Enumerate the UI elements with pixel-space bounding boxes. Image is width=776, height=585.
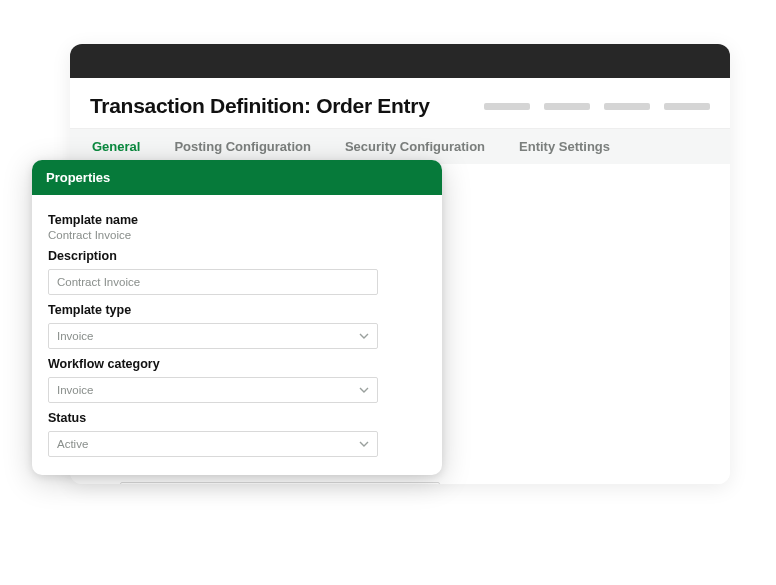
description-input[interactable] xyxy=(48,269,378,295)
window-titlebar xyxy=(70,44,730,78)
chevron-down-icon xyxy=(359,331,369,341)
label-template-type: Template type xyxy=(48,303,426,317)
tab-posting-configuration[interactable]: Posting Configuration xyxy=(172,129,312,164)
template-type-value: Invoice xyxy=(57,330,93,342)
chevron-down-icon xyxy=(359,385,369,395)
label-template-name: Template name xyxy=(48,213,426,227)
status-select[interactable]: Active xyxy=(48,431,378,457)
label-status: Status xyxy=(48,411,426,425)
page-header: Transaction Definition: Order Entry xyxy=(70,78,730,128)
header-action-placeholder xyxy=(544,103,590,110)
field-workflow-category: Workflow category Invoice xyxy=(48,357,426,403)
properties-card-title: Properties xyxy=(32,160,442,195)
status-value: Active xyxy=(57,438,88,450)
tab-security-configuration[interactable]: Security Configuration xyxy=(343,129,487,164)
header-action-placeholder xyxy=(664,103,710,110)
field-status: Status Active xyxy=(48,411,426,457)
template-type-select[interactable]: Invoice xyxy=(48,323,378,349)
label-workflow-category: Workflow category xyxy=(48,357,426,371)
label-description: Description xyxy=(48,249,426,263)
numbering-sequence-select[interactable] xyxy=(120,482,440,484)
page-title: Transaction Definition: Order Entry xyxy=(90,94,430,118)
properties-card: Properties Template name Contract Invoic… xyxy=(32,160,442,475)
header-action-placeholder xyxy=(604,103,650,110)
workflow-category-value: Invoice xyxy=(57,384,93,396)
field-template-name: Template name Contract Invoice xyxy=(48,213,426,241)
field-template-type: Template type Invoice xyxy=(48,303,426,349)
properties-card-body: Template name Contract Invoice Descripti… xyxy=(32,195,442,475)
tabs: General Posting Configuration Security C… xyxy=(70,128,730,164)
header-actions xyxy=(484,103,710,110)
header-action-placeholder xyxy=(484,103,530,110)
workflow-category-select[interactable]: Invoice xyxy=(48,377,378,403)
field-description: Description xyxy=(48,249,426,295)
tab-entity-settings[interactable]: Entity Settings xyxy=(517,129,612,164)
value-template-name: Contract Invoice xyxy=(48,229,426,241)
chevron-down-icon xyxy=(359,439,369,449)
tab-general[interactable]: General xyxy=(90,129,142,164)
